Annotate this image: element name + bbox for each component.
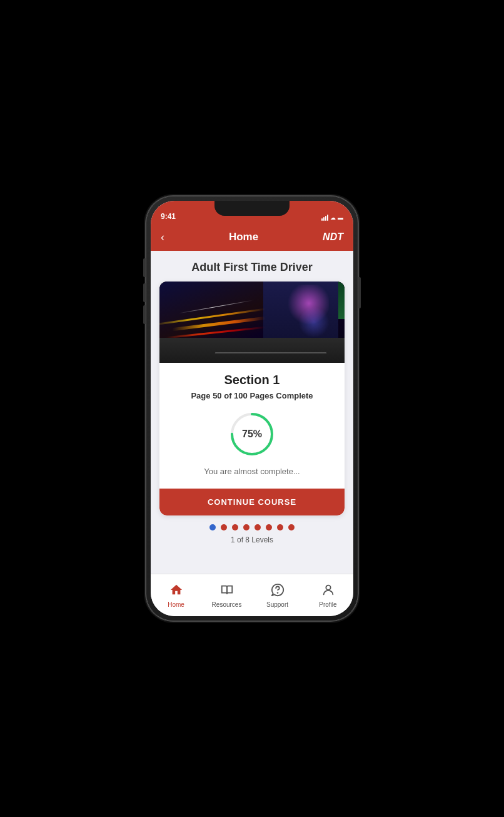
- phone-frame: 9:41 ☁ ▬ ‹ Home NDT Adult First Time Dri…: [146, 196, 358, 621]
- status-time: 9:41: [161, 212, 176, 221]
- dot-5[interactable]: [255, 524, 261, 530]
- page-title: Adult First Time Driver: [151, 251, 353, 282]
- dot-3[interactable]: [232, 524, 238, 530]
- dot-2[interactable]: [221, 524, 227, 530]
- course-info: Section 1 Page 50 of 100 Pages Complete …: [159, 363, 345, 489]
- nav-label-profile: Profile: [319, 601, 336, 608]
- profile-icon: [321, 583, 335, 599]
- wifi-icon: ☁: [330, 215, 336, 221]
- dot-7[interactable]: [277, 524, 283, 530]
- bottom-nav: Home Resources: [151, 574, 353, 616]
- dot-8[interactable]: [288, 524, 295, 530]
- phone-screen: 9:41 ☁ ▬ ‹ Home NDT Adult First Time Dri…: [151, 201, 353, 616]
- svg-point-2: [277, 592, 278, 593]
- battery-icon: ▬: [338, 215, 343, 221]
- nav-item-resources[interactable]: Resources: [201, 578, 252, 613]
- dot-4[interactable]: [243, 524, 249, 530]
- nav-item-profile[interactable]: Profile: [303, 578, 353, 613]
- header-title: Home: [229, 231, 258, 243]
- pages-complete: Page 50 of 100 Pages Complete: [169, 391, 335, 400]
- status-icons: ☁ ▬: [321, 215, 343, 221]
- course-card: Section 1 Page 50 of 100 Pages Complete …: [159, 282, 345, 515]
- nav-label-resources: Resources: [212, 601, 242, 608]
- course-image: [159, 282, 345, 363]
- main-content: Adult First Time Driver: [151, 251, 353, 574]
- progress-circle: 75%: [227, 409, 277, 459]
- almost-complete-text: You are almost complete...: [169, 467, 335, 476]
- dot-1[interactable]: [209, 524, 216, 530]
- home-icon: [169, 583, 183, 599]
- support-icon: [271, 583, 285, 599]
- continue-course-button[interactable]: CONTINUE COURSE: [159, 489, 345, 515]
- dot-6[interactable]: [266, 524, 272, 530]
- signal-icon: [321, 215, 328, 221]
- progress-label: 75%: [227, 409, 277, 459]
- resources-icon: [220, 583, 234, 599]
- nav-label-support: Support: [266, 601, 288, 608]
- nav-label-home: Home: [168, 601, 184, 608]
- pagination: 1 of 8 Levels: [151, 515, 353, 549]
- nav-item-support[interactable]: Support: [252, 578, 303, 613]
- progress-circle-container: 75%: [169, 409, 335, 459]
- section-title: Section 1: [169, 373, 335, 387]
- svg-point-3: [326, 585, 330, 589]
- back-button[interactable]: ‹: [161, 231, 164, 244]
- notch: [214, 201, 290, 216]
- levels-text: 1 of 8 Levels: [231, 535, 273, 544]
- app-header: ‹ Home NDT: [151, 223, 353, 251]
- dots-row: [209, 524, 295, 530]
- ndt-logo: NDT: [323, 231, 343, 243]
- nav-item-home[interactable]: Home: [151, 578, 201, 613]
